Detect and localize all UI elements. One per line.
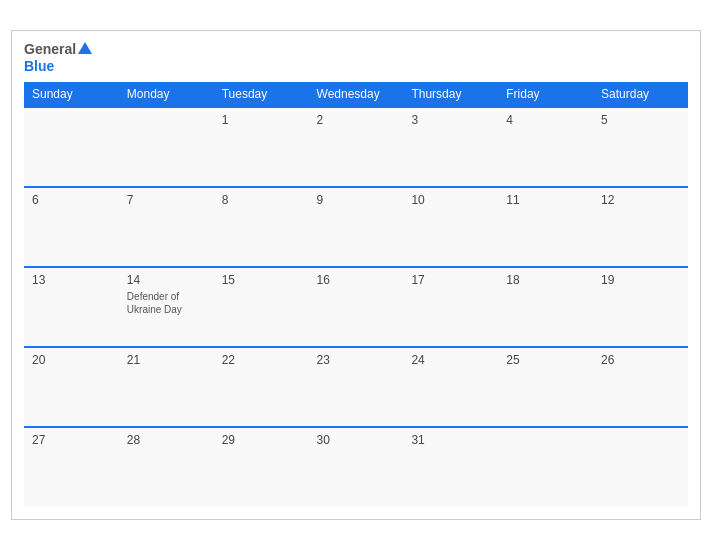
week-row-3: 20212223242526 [24,347,688,427]
day-number: 24 [411,353,490,367]
day-number: 5 [601,113,680,127]
logo: GeneralBlue [24,41,92,75]
holiday-label: Defender of Ukraine Day [127,290,206,316]
day-number: 17 [411,273,490,287]
day-cell: 3 [403,107,498,187]
day-cell: 10 [403,187,498,267]
calendar-tbody: 1234567891011121314Defender of Ukraine D… [24,107,688,507]
day-cell: 11 [498,187,593,267]
day-cell: 5 [593,107,688,187]
day-cell: 4 [498,107,593,187]
day-number: 6 [32,193,111,207]
weekday-header-saturday: Saturday [593,82,688,107]
day-cell: 12 [593,187,688,267]
day-cell: 27 [24,427,119,507]
day-number: 27 [32,433,111,447]
week-row-1: 6789101112 [24,187,688,267]
day-cell: 16 [309,267,404,347]
day-number: 9 [317,193,396,207]
day-cell [593,427,688,507]
day-cell: 25 [498,347,593,427]
day-number: 1 [222,113,301,127]
day-cell: 19 [593,267,688,347]
weekday-header-thursday: Thursday [403,82,498,107]
day-cell: 20 [24,347,119,427]
logo-general-text: General [24,41,76,58]
day-number: 4 [506,113,585,127]
day-cell: 17 [403,267,498,347]
calendar-thead: SundayMondayTuesdayWednesdayThursdayFrid… [24,82,688,107]
day-cell: 2 [309,107,404,187]
day-cell: 13 [24,267,119,347]
weekday-header-friday: Friday [498,82,593,107]
week-row-2: 1314Defender of Ukraine Day1516171819 [24,267,688,347]
day-number: 25 [506,353,585,367]
calendar-container: GeneralBlue SundayMondayTuesdayWednesday… [11,30,701,521]
day-number: 7 [127,193,206,207]
day-number: 28 [127,433,206,447]
day-cell: 29 [214,427,309,507]
logo-blue-text: Blue [24,58,54,75]
day-number: 16 [317,273,396,287]
day-cell: 28 [119,427,214,507]
day-number: 19 [601,273,680,287]
day-number: 31 [411,433,490,447]
day-number: 13 [32,273,111,287]
week-row-0: 12345 [24,107,688,187]
day-number: 18 [506,273,585,287]
day-number: 26 [601,353,680,367]
week-row-4: 2728293031 [24,427,688,507]
day-number: 12 [601,193,680,207]
day-cell: 7 [119,187,214,267]
weekday-header-tuesday: Tuesday [214,82,309,107]
day-number: 11 [506,193,585,207]
day-cell [498,427,593,507]
day-number: 3 [411,113,490,127]
day-cell: 31 [403,427,498,507]
day-number: 21 [127,353,206,367]
day-cell: 8 [214,187,309,267]
day-cell: 23 [309,347,404,427]
day-cell: 6 [24,187,119,267]
weekday-header-sunday: Sunday [24,82,119,107]
day-number: 14 [127,273,206,287]
day-number: 23 [317,353,396,367]
day-number: 8 [222,193,301,207]
day-number: 30 [317,433,396,447]
day-cell [119,107,214,187]
calendar-grid: SundayMondayTuesdayWednesdayThursdayFrid… [24,82,688,507]
day-cell: 30 [309,427,404,507]
day-number: 10 [411,193,490,207]
weekday-header-wednesday: Wednesday [309,82,404,107]
day-cell: 26 [593,347,688,427]
day-number: 20 [32,353,111,367]
logo-triangle-icon [78,42,92,54]
day-number: 29 [222,433,301,447]
day-number: 22 [222,353,301,367]
day-cell: 9 [309,187,404,267]
day-cell: 14Defender of Ukraine Day [119,267,214,347]
day-cell: 15 [214,267,309,347]
day-cell: 24 [403,347,498,427]
day-cell: 1 [214,107,309,187]
weekday-header-row: SundayMondayTuesdayWednesdayThursdayFrid… [24,82,688,107]
day-number: 15 [222,273,301,287]
weekday-header-monday: Monday [119,82,214,107]
day-cell [24,107,119,187]
calendar-header: GeneralBlue [24,41,688,75]
day-cell: 21 [119,347,214,427]
day-cell: 18 [498,267,593,347]
day-number: 2 [317,113,396,127]
day-cell: 22 [214,347,309,427]
